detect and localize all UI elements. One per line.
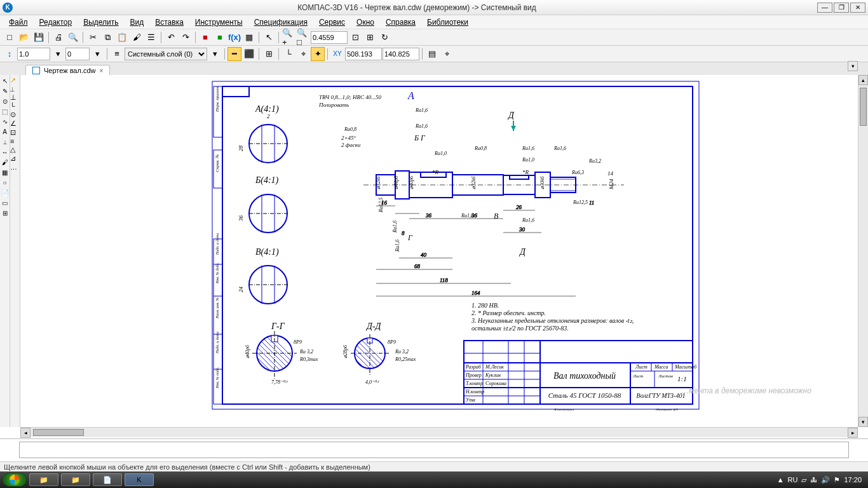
tray-network-icon[interactable]: 🖧	[810, 476, 817, 484]
variables-button[interactable]: ▦	[242, 30, 256, 44]
tray-more-icon[interactable]: ▲	[777, 476, 784, 484]
doc-tab-close[interactable]: ×	[100, 67, 104, 74]
zoom-fit-button[interactable]: 🔍□	[296, 30, 310, 44]
command-input[interactable]	[19, 442, 849, 458]
subtool-7-icon[interactable]: ≡	[10, 137, 20, 145]
start-button[interactable]	[3, 473, 27, 487]
subtool-8-icon[interactable]: △	[10, 146, 20, 154]
snap-button[interactable]: ⌖	[296, 47, 310, 61]
cut-button[interactable]: ✂	[86, 30, 100, 44]
scale-input[interactable]	[17, 48, 50, 60]
tool-hatch-icon[interactable]: 🖌	[0, 158, 10, 167]
menu-help[interactable]: Справка	[381, 17, 421, 28]
tool-table-icon[interactable]: ▦	[0, 168, 10, 177]
drawing-canvas[interactable]: Перв. примен. Справ. № Подп. и дата Инв.…	[20, 75, 858, 427]
lineweight-button[interactable]: ⬛	[242, 47, 256, 61]
tool-pencil-icon[interactable]: ✎	[0, 86, 10, 96]
subtool-0-icon[interactable]: ↗	[10, 76, 20, 85]
scale-icon[interactable]: ↕	[3, 47, 17, 61]
menu-insert[interactable]: Вставка	[150, 17, 189, 28]
tool-sheet-icon[interactable]: 📄	[0, 188, 10, 198]
properties-button[interactable]: ☰	[144, 30, 158, 44]
layer-icon[interactable]: ≡	[110, 47, 124, 61]
subtool-1-icon[interactable]: ⟂	[10, 85, 20, 93]
menu-libs[interactable]: Библиотеки	[422, 17, 473, 28]
refresh-button[interactable]: ↻	[377, 30, 391, 44]
task-app-3[interactable]: 📄	[93, 473, 122, 486]
menu-window[interactable]: Окно	[351, 17, 379, 28]
copy-button[interactable]: ⧉	[100, 30, 114, 44]
ortho-button[interactable]: └	[281, 47, 295, 61]
scroll-down-button[interactable]: ▾	[858, 417, 868, 427]
menu-spec[interactable]: Спецификация	[249, 17, 313, 28]
menu-file[interactable]: Файл	[4, 17, 33, 28]
subtool-2-icon[interactable]: ⊥	[10, 93, 20, 102]
doc-tab-active[interactable]: Чертеж вал.cdw ×	[25, 65, 110, 76]
tray-lang[interactable]: RU	[788, 476, 798, 484]
tool-circle-icon[interactable]: ⊙	[0, 97, 10, 106]
redo-button[interactable]: ↷	[179, 30, 193, 44]
subtool-9-icon[interactable]: ⊿	[10, 154, 20, 163]
tray-clock[interactable]: 17:20	[844, 476, 862, 484]
step-input[interactable]	[65, 48, 90, 60]
tool-ellipse-icon[interactable]: ○	[0, 178, 10, 187]
layer-settings-button[interactable]: ▾	[208, 47, 222, 61]
tool-dim-icon[interactable]: ↔	[0, 147, 10, 157]
track-button[interactable]: ✦	[311, 47, 325, 61]
param-button[interactable]: ▤	[425, 47, 439, 61]
coord-y-input[interactable]	[383, 48, 419, 60]
subtool-6-icon[interactable]: ⊡	[10, 128, 20, 137]
tool-view-icon[interactable]: ▭	[0, 198, 10, 208]
new-button[interactable]: □	[3, 30, 17, 44]
tool-text-icon[interactable]: A	[0, 127, 10, 137]
open-button[interactable]: 📂	[17, 30, 31, 44]
tool-perp-icon[interactable]: ⟂	[0, 137, 10, 147]
vscroll-thumb[interactable]	[860, 88, 867, 126]
layer-select[interactable]: Системный слой (0)	[125, 48, 207, 60]
coord-x-input[interactable]	[345, 48, 382, 60]
menu-select[interactable]: Выделить	[78, 17, 123, 28]
hscroll-thumb[interactable]	[33, 429, 84, 436]
step-dropdown[interactable]: ▾	[51, 47, 65, 61]
tray-action-icon[interactable]: ⚑	[834, 476, 840, 484]
close-window-button[interactable]: ✕	[850, 3, 865, 13]
preview-button[interactable]: 🔍	[66, 30, 80, 44]
stop-green-button[interactable]: ■	[213, 30, 227, 44]
task-app-2[interactable]: 📁	[61, 473, 90, 486]
menu-view[interactable]: Вид	[125, 17, 149, 28]
grid-button[interactable]: ⊞	[262, 47, 276, 61]
tool-rect-icon[interactable]: ⬚	[0, 107, 10, 116]
scroll-left-button[interactable]: ◂	[20, 428, 31, 438]
tool-spline-icon[interactable]: ∿	[0, 117, 10, 126]
format-painter-button[interactable]: 🖌	[130, 30, 144, 44]
paste-button[interactable]: 📋	[115, 30, 129, 44]
scroll-up-button[interactable]: ▴	[858, 75, 868, 85]
menu-tools[interactable]: Инструменты	[190, 17, 248, 28]
tabs-dropdown[interactable]: ▾	[848, 61, 858, 71]
menu-edit[interactable]: Редактор	[34, 17, 78, 28]
zoom-region-b-button[interactable]: ⊞	[363, 30, 377, 44]
task-app-1[interactable]: 📁	[29, 473, 58, 486]
save-button[interactable]: 💾	[32, 30, 46, 44]
tray-flag-icon[interactable]: ▱	[801, 476, 806, 484]
vertical-scrollbar[interactable]: ▴ ▾	[858, 75, 868, 427]
subtool-more-icon[interactable]: …	[10, 163, 20, 171]
scroll-right-button[interactable]: ▸	[848, 428, 858, 438]
step-dropdown2[interactable]: ▾	[90, 47, 104, 61]
menu-service[interactable]: Сервис	[314, 17, 350, 28]
zoom-value-input[interactable]	[311, 31, 348, 44]
zoom-region-a-button[interactable]: ⊡	[348, 30, 362, 44]
undo-button[interactable]: ↶	[164, 30, 178, 44]
linetype-button[interactable]: ━	[227, 47, 241, 61]
task-app-kompas[interactable]: K	[125, 473, 154, 486]
zoom-in-button[interactable]: 🔍+	[281, 30, 295, 44]
print-button[interactable]: 🖨	[51, 30, 65, 44]
tool-select-icon[interactable]: ↖	[0, 76, 10, 86]
stop-red-button[interactable]: ■	[198, 30, 212, 44]
subtool-5-icon[interactable]: ∠	[10, 119, 20, 128]
horizontal-scrollbar[interactable]: ◂ ▸	[20, 427, 858, 437]
tool-grid-icon[interactable]: ⊞	[0, 208, 10, 218]
maximize-button[interactable]: ❐	[834, 3, 849, 13]
locate-button[interactable]: ⌖	[440, 47, 454, 61]
select-arrow-button[interactable]: ↖	[262, 30, 276, 44]
